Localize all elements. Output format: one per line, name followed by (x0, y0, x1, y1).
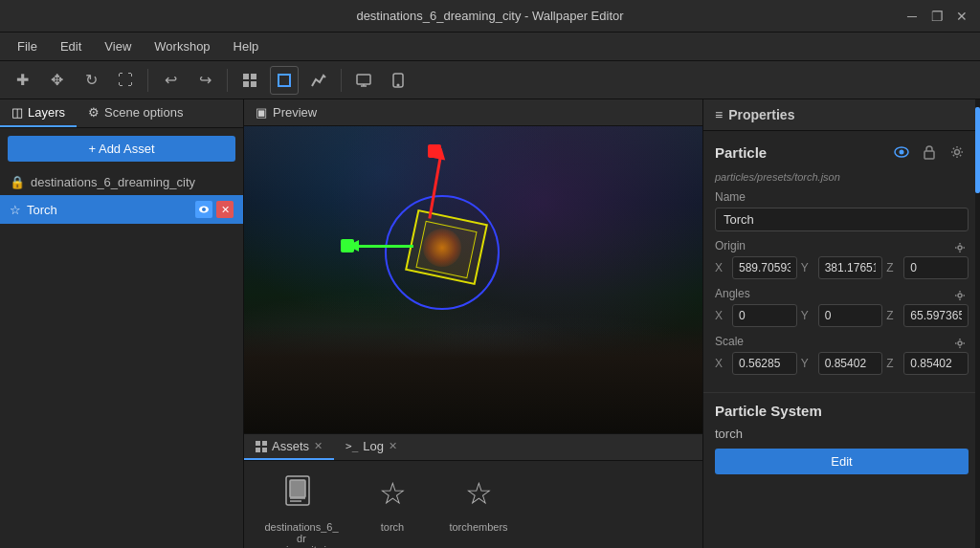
menu-view[interactable]: View (95, 36, 141, 56)
svg-rect-0 (243, 74, 249, 79)
gizmo-red-handle (428, 144, 441, 158)
add-asset-button[interactable]: + Add Asset (8, 136, 235, 162)
menu-help[interactable]: Help (224, 36, 269, 56)
tab-assets[interactable]: Assets ✕ (244, 434, 334, 460)
preview-icon: ▣ (256, 105, 267, 120)
menu-edit[interactable]: Edit (51, 36, 91, 56)
layer-torch-delete-btn[interactable]: ✕ (216, 201, 234, 218)
origin-x-input[interactable] (732, 256, 797, 279)
layer-torch[interactable]: ☆ Torch ✕ (0, 195, 243, 224)
layer-torch-label: Torch (27, 203, 57, 217)
svg-point-25 (958, 294, 962, 297)
close-button[interactable]: ✕ (953, 8, 970, 25)
log-icon: >_ (345, 440, 358, 452)
layer-scene[interactable]: 🔒 destinations_6_dreaming_city (0, 169, 243, 195)
origin-z-input[interactable] (903, 256, 969, 279)
origin-z-label: Z (886, 261, 900, 274)
undo-icon-btn[interactable]: ↩ (156, 66, 185, 95)
redo-icon-btn[interactable]: ↪ (190, 66, 219, 95)
angles-settings-btn[interactable] (951, 287, 969, 304)
expand-icon-btn[interactable]: ⛶ (111, 66, 140, 95)
lock-icon: 🔒 (10, 175, 25, 189)
svg-point-24 (958, 246, 962, 250)
move-icon-btn[interactable]: ✥ (42, 66, 71, 95)
layer-torch-visibility-btn[interactable] (195, 201, 212, 218)
scale-z-input[interactable] (903, 352, 969, 375)
tab-log-close-btn[interactable]: ✕ (389, 440, 397, 452)
scale-label: Scale (715, 335, 947, 348)
scale-x-input[interactable] (732, 352, 797, 375)
scrollbar-thumb[interactable] (975, 107, 980, 193)
origin-label: Origin (715, 239, 947, 252)
menu-workshop[interactable]: Workshop (145, 36, 219, 56)
star-icon: ☆ (10, 203, 21, 217)
tab-log[interactable]: >_ Log ✕ (334, 434, 409, 460)
bottom-tabs: Assets ✕ >_ Log ✕ (244, 434, 702, 461)
layer-torch-actions: ✕ (195, 201, 234, 218)
titlebar: destinations_6_dreaming_city - Wallpaper… (0, 0, 980, 33)
origin-y-input[interactable] (818, 256, 883, 279)
particle-settings-btn[interactable] (946, 141, 969, 164)
asset-item-torchembers[interactable]: ☆ torchembers (445, 471, 512, 533)
svg-rect-22 (924, 151, 934, 159)
tab-scene-options[interactable]: ⚙ Scene options (77, 99, 194, 127)
particle-section: Particle (703, 131, 980, 393)
particle-system-title: Particle System (715, 403, 969, 419)
layer-scene-label: destinations_6_dreaming_city (31, 175, 195, 189)
lock-toggle-btn[interactable] (918, 141, 941, 164)
tab-layers[interactable]: ◫ Layers (0, 99, 77, 127)
minimize-button[interactable]: ─ (903, 8, 921, 25)
asset-scene-json-label: destinations_6_dreaming_city.json (263, 521, 340, 548)
window-title: destinations_6_dreaming_city - Wallpaper… (356, 9, 623, 23)
scale-x-label: X (715, 357, 728, 370)
visibility-toggle-btn[interactable] (890, 141, 913, 164)
layers-icon: ◫ (11, 105, 23, 120)
scene-background (244, 126, 702, 433)
svg-point-9 (397, 84, 399, 86)
name-input[interactable] (715, 208, 969, 231)
monitor-icon-btn[interactable] (349, 66, 378, 95)
angles-field-group: Angles X Y Z (715, 287, 969, 327)
angles-z-input[interactable] (903, 304, 969, 327)
scale-label-row: Scale (715, 335, 969, 352)
add-icon-btn[interactable]: ✚ (8, 66, 36, 95)
origin-xyz-row: X Y Z (715, 256, 969, 279)
grid-view-btn[interactable] (235, 66, 264, 95)
scrollbar-track[interactable] (975, 99, 980, 548)
restore-button[interactable]: ❐ (928, 8, 946, 25)
asset-item-torch[interactable]: ☆ torch (359, 471, 426, 533)
angles-label: Angles (715, 287, 947, 300)
toolbar-separator-1 (147, 69, 148, 92)
angles-xyz-row: X Y Z (715, 304, 969, 327)
angles-y-input[interactable] (818, 304, 883, 327)
menu-file[interactable]: File (8, 36, 47, 56)
right-panel-wrapper: ≡ Properties Particle (702, 99, 980, 548)
scale-settings-btn[interactable] (951, 335, 969, 352)
particle-section-actions (890, 141, 969, 164)
svg-rect-13 (262, 441, 267, 446)
window-controls: ─ ❐ ✕ (903, 8, 970, 25)
scale-field-group: Scale X Y Z (715, 335, 969, 375)
angles-x-input[interactable] (732, 304, 797, 327)
refresh-icon-btn[interactable]: ↻ (77, 66, 105, 95)
svg-rect-4 (278, 75, 290, 86)
tab-assets-close-btn[interactable]: ✕ (314, 440, 323, 452)
torch-fire-glow (423, 229, 461, 267)
tab-assets-label: Assets (272, 439, 309, 453)
left-panel: ◫ Layers ⚙ Scene options + Add Asset 🔒 d… (0, 99, 244, 548)
asset-item-scene-json[interactable]: destinations_6_dreaming_city.json (263, 471, 340, 548)
edit-particle-system-btn[interactable]: Edit (715, 449, 969, 474)
scale-z-label: Z (886, 357, 900, 370)
tab-layers-label: Layers (28, 105, 65, 120)
preview-area[interactable] (244, 126, 702, 433)
origin-settings-btn[interactable] (951, 239, 969, 256)
mobile-icon-btn[interactable] (384, 66, 412, 95)
scale-y-label: Y (801, 357, 814, 370)
scale-y-input[interactable] (818, 352, 883, 375)
svg-point-23 (955, 150, 960, 155)
angles-label-row: Angles (715, 287, 969, 304)
properties-header-label: Properties (728, 107, 794, 122)
square-view-btn[interactable] (270, 66, 299, 95)
toolbar-separator-2 (227, 69, 228, 92)
chart-view-btn[interactable] (304, 66, 333, 95)
